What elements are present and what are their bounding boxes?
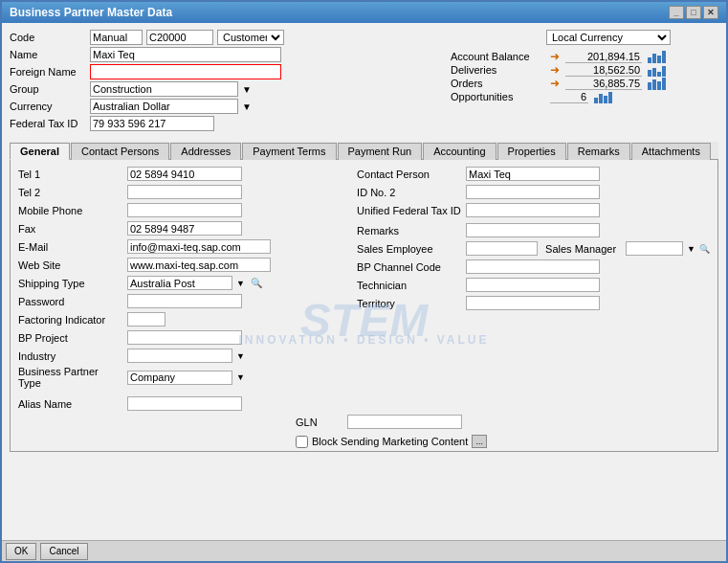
bar1 <box>594 98 598 103</box>
tel2-field[interactable] <box>127 185 242 199</box>
block-marketing-btn[interactable]: ... <box>472 435 487 448</box>
currency-row: Currency ▼ <box>10 98 284 115</box>
orders-arrow[interactable]: ➜ <box>550 77 560 90</box>
email-row: E-Mail <box>18 238 338 255</box>
territory-field[interactable] <box>466 296 600 310</box>
group-row: Group ▼ <box>10 80 284 98</box>
bp-type-row: Business Partner Type ▼ <box>18 366 338 389</box>
technician-row: Technician <box>357 277 710 293</box>
left-header-fields: Code Customer Name Foreign Name <box>10 29 284 132</box>
fax-field[interactable] <box>127 221 242 236</box>
email-field[interactable] <box>127 239 271 254</box>
tab-contact-persons[interactable]: Contact Persons <box>71 143 169 160</box>
code-value-field[interactable] <box>146 30 213 45</box>
cancel-button[interactable]: Cancel <box>40 543 87 560</box>
technician-label: Technician <box>357 280 462 291</box>
foreign-name-field[interactable] <box>90 64 281 79</box>
account-balance-arrow[interactable]: ➜ <box>550 50 560 63</box>
tab-general[interactable]: General <box>10 143 70 160</box>
id-no2-field[interactable] <box>466 185 600 199</box>
tab-payment-run[interactable]: Payment Run <box>338 143 423 160</box>
opportunities-label: Opportunities <box>451 91 546 102</box>
website-field[interactable] <box>127 258 271 272</box>
technician-field[interactable] <box>466 278 600 292</box>
bar2 <box>652 54 656 63</box>
group-field[interactable] <box>90 81 238 97</box>
orders-value: 36,885.75 <box>565 78 642 90</box>
currency-label: Currency <box>10 101 86 112</box>
tab-content-general: STEM INNOVATION • DESIGN • VALUE Tel 1 T… <box>10 160 718 452</box>
contact-person-field[interactable] <box>466 167 600 181</box>
foreign-name-label: Foreign Name <box>10 66 86 78</box>
tel2-row: Tel 2 <box>18 184 338 200</box>
factoring-field[interactable] <box>127 312 165 327</box>
website-row: Web Site <box>18 257 338 273</box>
orders-chart <box>648 77 666 90</box>
tabs-section: General Contact Persons Addresses Paymen… <box>10 142 718 452</box>
password-label: Password <box>18 296 123 307</box>
deliveries-label: Deliveries <box>451 64 546 76</box>
mobile-label: Mobile Phone <box>18 205 123 216</box>
bar3 <box>657 81 661 90</box>
ok-button[interactable]: OK <box>6 543 36 560</box>
minimize-button[interactable]: _ <box>669 6 684 19</box>
code-type-field[interactable] <box>90 30 143 45</box>
bp-channel-field[interactable] <box>466 259 600 274</box>
shipping-field[interactable] <box>127 276 232 290</box>
bp-type-field[interactable] <box>127 371 232 385</box>
industry-dropdown-icon[interactable]: ▼ <box>236 351 245 361</box>
maximize-button[interactable]: □ <box>686 6 701 19</box>
territory-label: Territory <box>357 298 462 309</box>
tab-properties[interactable]: Properties <box>497 143 566 160</box>
sales-employee-row: Sales Employee Sales Manager ▼ 🔍 <box>357 240 710 257</box>
close-button[interactable]: ✕ <box>703 6 718 19</box>
opportunities-value: 6 <box>550 91 588 103</box>
sales-manager-field[interactable] <box>626 241 683 256</box>
tab-remarks[interactable]: Remarks <box>567 143 630 160</box>
group-dropdown-icon[interactable]: ▼ <box>242 84 252 95</box>
tax-field[interactable] <box>90 116 214 131</box>
orders-row: Orders ➜ 36,885.75 <box>451 77 718 90</box>
territory-row: Territory <box>357 295 710 311</box>
gln-row: GLN <box>296 415 710 429</box>
mobile-field[interactable] <box>127 203 242 217</box>
gln-field[interactable] <box>347 415 462 429</box>
tab-payment-terms[interactable]: Payment Terms <box>242 143 336 160</box>
bp-type-dropdown-icon[interactable]: ▼ <box>236 372 245 382</box>
alias-field[interactable] <box>127 396 242 411</box>
name-field[interactable] <box>90 47 281 62</box>
unified-tax-field[interactable] <box>466 203 600 217</box>
bp-project-row: BP Project <box>18 329 338 346</box>
id-no2-label: ID No. 2 <box>357 187 462 198</box>
tab-addresses[interactable]: Addresses <box>170 143 241 160</box>
industry-field[interactable] <box>127 349 232 363</box>
opportunities-chart <box>594 90 612 103</box>
block-marketing-checkbox[interactable] <box>296 436 308 448</box>
shipping-label: Shipping Type <box>18 278 123 289</box>
sales-manager-label: Sales Manager <box>545 243 622 255</box>
password-field[interactable] <box>127 294 242 308</box>
shipping-dropdown-icon[interactable]: ▼ <box>236 279 245 288</box>
block-marketing-row: Block Sending Marketing Content ... <box>296 435 710 448</box>
bp-project-field[interactable] <box>127 330 242 345</box>
local-currency-select[interactable]: Local Currency <box>546 30 671 45</box>
opportunities-row: Opportunities 6 <box>451 90 718 103</box>
sales-employee-field[interactable] <box>466 241 538 256</box>
tab-attachments[interactable]: Attachments <box>631 143 711 160</box>
tel1-field[interactable] <box>127 167 242 181</box>
currency-dropdown-icon[interactable]: ▼ <box>242 101 252 112</box>
bar4 <box>662 66 666 77</box>
orders-label: Orders <box>451 78 546 89</box>
remarks-field[interactable] <box>466 223 600 237</box>
account-balance-chart <box>648 50 666 63</box>
local-currency-row: Local Currency <box>451 29 718 46</box>
deliveries-arrow[interactable]: ➜ <box>550 63 560 77</box>
password-row: Password <box>18 293 338 309</box>
tab-accounting[interactable]: Accounting <box>423 143 496 160</box>
currency-field[interactable] <box>90 99 238 114</box>
sales-manager-dropdown-icon[interactable]: ▼ <box>687 244 695 254</box>
bp-channel-label: BP Channel Code <box>357 261 462 273</box>
bp-type-label: Business Partner Type <box>18 366 123 389</box>
customer-type-select[interactable]: Customer <box>217 30 284 45</box>
contact-person-row: Contact Person <box>357 166 710 182</box>
